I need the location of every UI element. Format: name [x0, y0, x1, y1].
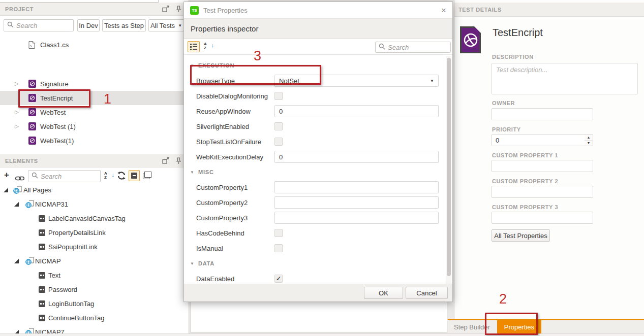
expander-collapsed-icon[interactable]: ▷ [15, 81, 19, 86]
pin-panel-icon[interactable] [176, 6, 181, 13]
hascodebehind-checkbox[interactable] [274, 229, 283, 237]
custom-property-1-input[interactable] [492, 160, 593, 172]
add-element-icon[interactable]: + [4, 170, 9, 180]
custom-property-3-input[interactable] [492, 212, 593, 224]
section-label: MISC [198, 169, 214, 175]
restore-panel-icon[interactable] [162, 157, 169, 164]
section-misc[interactable]: ▼MISC [184, 164, 452, 180]
property-row-customproperty3: CustomProperty3 [184, 210, 452, 225]
elements-toolbar: + AZ↓ [0, 169, 189, 183]
project-search[interactable] [4, 19, 74, 31]
tree-row-webtest-1b[interactable]: WebTest(1) [0, 133, 189, 148]
description-textarea[interactable] [492, 63, 638, 94]
page-icon [25, 200, 34, 208]
expander-expanded-icon[interactable] [4, 188, 8, 192]
property-row-customproperty2: CustomProperty2 [184, 195, 452, 210]
property-row-dataenabled: DataEnabled [184, 271, 452, 285]
customproperty2-input[interactable] [274, 196, 439, 209]
property-label: IsManual [196, 245, 274, 252]
property-grid: ▼EXECUTION BrowserType NotSet▼ DisableDi… [184, 55, 452, 285]
project-search-input[interactable] [16, 22, 70, 29]
collapse-all-toggle[interactable] [129, 170, 140, 181]
customproperty3-input[interactable] [274, 212, 439, 224]
project-panel-title: PROJECT [5, 6, 162, 12]
property-label: CustomProperty3 [196, 214, 274, 222]
test-studio-logo-icon: TS [190, 6, 199, 15]
bottom-tabstrip: Step Builder Properties [448, 319, 644, 333]
web-test-icon [28, 137, 36, 145]
scrollbar-thumb[interactable] [447, 58, 451, 276]
stepper-down-icon[interactable]: ▼ [585, 140, 593, 146]
silverlightenabled-checkbox[interactable] [274, 122, 283, 130]
refresh-icon[interactable] [117, 172, 126, 182]
restore-panel-icon[interactable] [162, 6, 169, 12]
expander-collapsed-icon[interactable]: ▷ [15, 124, 19, 129]
tree-row-webtest-1[interactable]: ▷ WebTest (1) [0, 119, 189, 133]
reuseappwindow-input[interactable] [274, 105, 439, 117]
close-icon[interactable]: × [441, 6, 446, 15]
expander-expanded-icon[interactable] [14, 202, 19, 207]
customproperty1-input[interactable] [274, 181, 439, 193]
dataenabled-checkbox[interactable] [274, 275, 283, 283]
element-icon [39, 215, 45, 222]
element-icon [39, 229, 45, 236]
test-details-title: TEST DETAILS [458, 7, 502, 13]
property-label: HasCodeBehind [196, 229, 274, 237]
tree-row-text[interactable]: Text [0, 268, 189, 282]
properties-search-input[interactable] [388, 44, 447, 51]
elements-panel-header: ELEMENTS [0, 154, 189, 167]
search-icon [7, 21, 14, 30]
link-element-icon[interactable] [15, 174, 24, 183]
status-bar [0, 333, 644, 336]
sort-az-icon[interactable]: AZ↓ [104, 172, 114, 181]
tree-row-all-pages[interactable]: All Pages [0, 183, 189, 197]
property-row-reuseappwindow: ReuseAppWindow [184, 104, 452, 119]
expander-expanded-icon[interactable] [14, 259, 19, 263]
tree-item-label: LoginButtonTag [48, 300, 94, 308]
tree-row-class1[interactable]: Class1.cs [0, 38, 189, 52]
owner-input[interactable] [492, 108, 593, 120]
tree-row-nicmap[interactable]: NICMAP [0, 254, 189, 268]
tree-row-password[interactable]: Password [0, 282, 189, 296]
page-icon [25, 257, 34, 265]
ok-button[interactable]: OK [364, 287, 403, 299]
tree-row-ssipopup[interactable]: SsiPopupInitLink [0, 240, 189, 254]
filter-tests-as-step-button[interactable]: Tests as Step [102, 19, 146, 31]
filter-in-dev-button[interactable]: In Dev [77, 19, 100, 31]
tree-item-label: Password [48, 286, 77, 293]
dialog-titlebar[interactable]: TS Test Properties × [184, 2, 452, 18]
dialog-scrollbar[interactable] [446, 56, 451, 284]
stoptestlistonfailure-checkbox[interactable] [274, 138, 283, 146]
tree-row-signature[interactable]: ▷ Signature [0, 77, 189, 91]
expander-collapsed-icon[interactable]: ▷ [15, 110, 19, 115]
sort-az-icon[interactable]: AZ↓ [204, 42, 214, 51]
tree-item-label: ContinueButtonTag [48, 314, 105, 322]
property-row-customproperty1: CustomProperty1 [184, 180, 452, 195]
categorized-view-button[interactable] [188, 41, 200, 52]
ismanual-checkbox[interactable] [274, 244, 283, 252]
priority-stepper[interactable]: ▲ ▼ [585, 134, 593, 146]
all-test-properties-button[interactable]: All Test Properties [492, 229, 550, 242]
section-data[interactable]: ▼DATA [184, 256, 452, 271]
tree-row-labelcanvas[interactable]: LabelCanvasIdCanvasTag [0, 211, 189, 225]
filter-all-tests-dropdown[interactable]: All Tests ▼ [148, 19, 184, 31]
pages-view-icon[interactable] [143, 174, 149, 179]
priority-input[interactable] [492, 134, 585, 146]
test-details-panel: TEST DETAILS TestEncript DESCRIPTION OWN… [454, 0, 644, 336]
elements-search-input[interactable] [41, 173, 97, 180]
elements-search[interactable] [28, 170, 101, 182]
tree-row-propertydetails[interactable]: PropertyDetailsLink [0, 225, 189, 240]
property-row-stoptestlistonfailure: StopTestListOnFailure [184, 134, 452, 149]
description-label: DESCRIPTION [492, 54, 534, 60]
tree-row-nicmap31[interactable]: NICMAP31 [0, 197, 189, 211]
filter-all-tests-label: All Tests [150, 22, 175, 29]
custom-property-2-input[interactable] [492, 186, 593, 198]
pin-panel-icon[interactable] [176, 157, 181, 164]
cancel-button[interactable]: Cancel [406, 287, 448, 299]
webkitexecutiondelay-input[interactable] [274, 151, 439, 163]
disabledialogmonitoring-checkbox[interactable] [274, 92, 283, 100]
tree-row-continuebutton[interactable]: ContinueButtonTag [0, 311, 189, 325]
tree-row-loginbutton[interactable]: LoginButtonTag [0, 296, 189, 311]
properties-search[interactable] [375, 42, 451, 53]
tree-item-label: Text [48, 272, 60, 279]
